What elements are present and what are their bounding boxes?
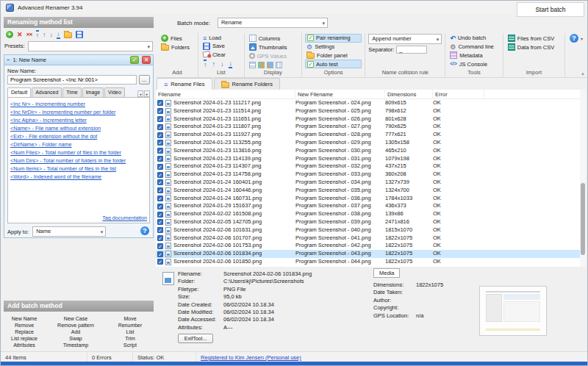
command-line-button[interactable]: Command line bbox=[448, 43, 499, 51]
tag-link[interactable]: <DirName> - Folder name bbox=[10, 140, 147, 148]
tag-tab[interactable]: Image bbox=[82, 87, 104, 97]
thumbnails-button[interactable]: Thumbnails bbox=[248, 43, 298, 51]
add-batch-method-button[interactable]: Renumber bbox=[118, 322, 143, 329]
table-row[interactable]: Screenshot 2024-02-06 101707.png Program… bbox=[156, 234, 586, 243]
browse-pattern-button[interactable]: ... bbox=[139, 75, 151, 85]
row-checkbox[interactable] bbox=[157, 132, 163, 138]
add-method-icon[interactable] bbox=[6, 31, 13, 38]
add-batch-method-button[interactable]: Trim bbox=[125, 335, 135, 342]
table-row[interactable]: Screenshot 2024-01-23 111217.png Program… bbox=[156, 99, 586, 107]
move-method-bottom-icon[interactable] bbox=[57, 30, 60, 39]
row-checkbox[interactable] bbox=[157, 243, 163, 249]
open-methods-icon[interactable] bbox=[64, 32, 72, 38]
row-checkbox[interactable] bbox=[157, 164, 163, 170]
remove-method-icon[interactable] bbox=[17, 31, 23, 38]
settings-button[interactable]: Settings bbox=[305, 43, 362, 51]
row-checkbox[interactable] bbox=[157, 172, 163, 178]
method-header[interactable]: 1: New Name bbox=[4, 55, 153, 65]
tag-link[interactable]: <Inc Alpha> - Incrementing letter bbox=[10, 116, 147, 124]
table-row[interactable]: Screenshot 2024-01-23 111927.png Program… bbox=[156, 131, 586, 139]
method-help-icon[interactable] bbox=[140, 226, 149, 235]
tag-link[interactable]: <Num Files> - Total number of files in t… bbox=[10, 148, 147, 157]
details-view-icon[interactable] bbox=[249, 62, 256, 68]
add-batch-method-button[interactable]: Attributes bbox=[13, 342, 35, 348]
row-checkbox[interactable] bbox=[157, 140, 163, 146]
table-row[interactable]: Screenshot 2024-02-05 142705.png Program… bbox=[156, 218, 586, 226]
table-row[interactable]: Screenshot 2024-02-02 161508.png Program… bbox=[156, 210, 586, 218]
row-checkbox[interactable] bbox=[157, 187, 163, 193]
table-row[interactable]: Screenshot 2024-01-24 160401.png Program… bbox=[156, 179, 586, 187]
table-row[interactable]: Screenshot 2024-01-29 151637.png Program… bbox=[156, 202, 586, 210]
pair-renaming-toggle[interactable]: Pair renaming bbox=[305, 34, 362, 43]
row-checkbox[interactable] bbox=[157, 100, 163, 106]
table-row[interactable]: Screenshot 2024-01-23 111514.png Program… bbox=[156, 107, 586, 115]
row-checkbox[interactable] bbox=[157, 219, 163, 225]
add-batch-method-button[interactable]: Swap bbox=[69, 335, 82, 342]
gps-values-button[interactable]: GPS Values bbox=[248, 51, 298, 60]
column-header-dimensions[interactable]: Dimensions bbox=[385, 90, 433, 98]
row-checkbox[interactable] bbox=[157, 124, 163, 130]
move-bottom-icon[interactable] bbox=[229, 60, 232, 68]
help-menu-arrow-icon[interactable]: ▾ bbox=[581, 36, 583, 41]
table-row[interactable]: Screenshot 2024-02-06 101850.png Program… bbox=[156, 258, 586, 266]
row-checkbox[interactable] bbox=[157, 108, 163, 114]
row-checkbox[interactable] bbox=[157, 148, 163, 154]
move-up-icon[interactable] bbox=[212, 60, 215, 68]
move-top-icon[interactable] bbox=[204, 60, 207, 68]
separator-input[interactable] bbox=[396, 46, 427, 54]
new-name-input[interactable] bbox=[7, 75, 137, 85]
table-row[interactable]: Screenshot 2024-01-23 111807.png Program… bbox=[156, 123, 586, 131]
row-checkbox[interactable] bbox=[157, 227, 163, 233]
table-row[interactable]: Screenshot 2024-01-23 114758.png Program… bbox=[156, 171, 586, 179]
row-checkbox[interactable] bbox=[157, 259, 163, 265]
add-folders-button[interactable]: Folders bbox=[159, 43, 195, 51]
add-batch-method-button[interactable]: List replace bbox=[11, 335, 37, 342]
media-tab[interactable]: Media bbox=[373, 268, 400, 278]
table-scrollbar[interactable] bbox=[580, 90, 586, 267]
undo-batch-button[interactable]: Undo batch bbox=[448, 34, 499, 43]
table-row[interactable]: Screenshot 2024-02-06 101753.png Program… bbox=[156, 242, 586, 250]
table-row[interactable]: Screenshot 2024-02-06 101834.png Program… bbox=[156, 250, 586, 258]
tab-rename-files[interactable]: Rename Files bbox=[157, 78, 212, 90]
add-batch-method-button[interactable]: Timestamp bbox=[63, 342, 88, 348]
row-checkbox[interactable] bbox=[157, 212, 163, 218]
add-batch-method-button[interactable]: Script bbox=[123, 342, 137, 348]
collapse-ribbon-icon[interactable] bbox=[581, 71, 585, 76]
row-checkbox[interactable] bbox=[157, 179, 163, 185]
save-methods-icon[interactable] bbox=[76, 31, 83, 38]
help-button[interactable]: ▾ bbox=[568, 34, 584, 43]
add-batch-method-button[interactable]: Remove bbox=[15, 322, 34, 329]
method-apply-button[interactable] bbox=[130, 56, 139, 64]
tag-tab[interactable]: Video bbox=[104, 87, 125, 97]
tag-link[interactable]: <Word> - Indexed word of the filename bbox=[10, 173, 147, 181]
start-batch-button[interactable]: Start batch bbox=[517, 2, 584, 17]
tag-tab[interactable]: Default bbox=[7, 87, 31, 97]
add-batch-method-button[interactable]: Add bbox=[71, 329, 80, 335]
table-row[interactable]: Screenshot 2024-01-23 114139.png Program… bbox=[156, 155, 586, 163]
column-header-new-filename[interactable]: New Filename bbox=[295, 90, 385, 98]
batch-mode-dropdown[interactable]: Rename bbox=[218, 18, 328, 28]
registered-link[interactable]: Registered to Kim Jensen (Personal use) bbox=[201, 354, 301, 361]
list-clear-button[interactable]: Clear bbox=[201, 51, 241, 59]
exiftool-button[interactable]: ExifTool... bbox=[178, 334, 213, 343]
row-checkbox[interactable] bbox=[157, 116, 163, 122]
tag-link[interactable]: <Inc NrDir> - Incrementing number per fo… bbox=[10, 108, 147, 116]
add-batch-method-button[interactable]: List bbox=[126, 329, 135, 335]
add-batch-method-button[interactable]: New Name bbox=[12, 315, 37, 322]
list-save-button[interactable]: Save bbox=[201, 42, 241, 50]
tab-rename-folders[interactable]: Rename Folders bbox=[214, 78, 280, 90]
tag-tab[interactable]: Time bbox=[62, 87, 81, 97]
row-checkbox[interactable] bbox=[157, 204, 163, 209]
list-view-icon[interactable] bbox=[276, 62, 282, 68]
preview-thumbnail[interactable] bbox=[479, 286, 547, 336]
tag-link[interactable]: <Num Dirs> - Total number of folders in … bbox=[10, 157, 147, 165]
data-from-csv-button[interactable]: Data from CSV bbox=[506, 43, 562, 51]
folder-panel-button[interactable]: Folder panel bbox=[305, 51, 362, 60]
tag-documentation-link[interactable]: Tag documentation bbox=[102, 215, 147, 221]
tabs-scroll-left-icon[interactable]: ◂ bbox=[137, 90, 143, 97]
column-header-filename[interactable]: Filename bbox=[156, 90, 295, 98]
tag-tab[interactable]: Advanced bbox=[32, 87, 62, 97]
add-files-button[interactable]: Files bbox=[159, 34, 195, 43]
move-down-icon[interactable] bbox=[220, 60, 224, 68]
table-row[interactable]: Screenshot 2024-01-24 160731.png Program… bbox=[156, 195, 586, 203]
